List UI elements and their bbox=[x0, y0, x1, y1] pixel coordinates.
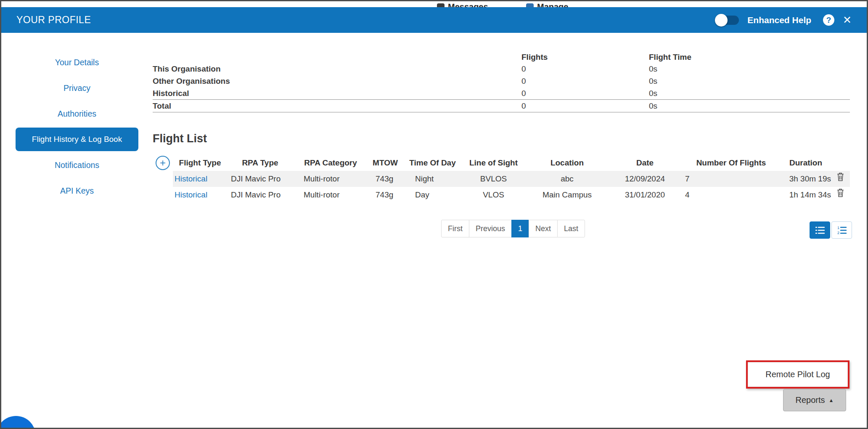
summary-flights-value: 0 bbox=[521, 64, 649, 74]
column-header-rpa-type: RPA Type bbox=[225, 158, 295, 168]
sidebar-item-privacy[interactable]: Privacy bbox=[16, 75, 138, 101]
cell-date: 31/01/2020 bbox=[608, 187, 682, 203]
ordered-list-view-icon: 1 2 bbox=[836, 226, 847, 235]
delete-flight-button[interactable] bbox=[834, 187, 847, 200]
cell-number-of-flights: 7 bbox=[682, 171, 781, 187]
reports-button[interactable]: Reports ▲ bbox=[783, 389, 846, 411]
svg-text:2: 2 bbox=[837, 231, 839, 235]
column-header-time-of-day: Time Of Day bbox=[404, 158, 461, 168]
cell-rpa-type: DJI Mavic Pro bbox=[225, 187, 295, 203]
background-item-manage: Manage bbox=[526, 2, 568, 7]
background-page-strip: Messages Manage bbox=[1, 1, 867, 7]
flight-history-panel: Flights Flight Time This Organisation 0 … bbox=[153, 33, 850, 203]
your-profile-modal: Messages Manage YOUR PROFILE Enhanced He… bbox=[0, 0, 868, 429]
remote-pilot-log-button[interactable]: Remote Pilot Log bbox=[748, 362, 848, 387]
svg-text:1: 1 bbox=[837, 226, 839, 230]
column-header-location: Location bbox=[526, 158, 608, 168]
background-item-label: Manage bbox=[537, 2, 568, 7]
summary-row-historical: Historical 0 0s bbox=[153, 87, 850, 99]
summary-row-total: Total 0 0s bbox=[153, 100, 850, 112]
cell-date: 12/09/2024 bbox=[608, 171, 682, 187]
cell-time-of-day: Day bbox=[404, 187, 461, 203]
cell-duration: 3h 30m 19s bbox=[781, 171, 831, 187]
summary-row-other-organisations: Other Organisations 0 0s bbox=[153, 75, 850, 87]
summary-total-flights: 0 bbox=[521, 101, 649, 111]
profile-sidebar: Your Details Privacy Authorities Flight … bbox=[1, 33, 153, 204]
background-item-label: Messages bbox=[448, 2, 488, 7]
summary-row-this-organisation: This Organisation 0 0s bbox=[153, 63, 850, 75]
chat-bubble-button[interactable] bbox=[0, 416, 36, 429]
pagination-last-button[interactable]: Last bbox=[557, 220, 585, 237]
background-item-messages: Messages bbox=[437, 2, 488, 7]
cell-line-of-sight: VLOS bbox=[461, 187, 526, 203]
sidebar-item-flight-history[interactable]: Flight History & Log Book bbox=[16, 128, 138, 151]
messages-icon bbox=[437, 3, 445, 8]
flight-row: Historical DJI Mavic Pro Multi-rotor 743… bbox=[153, 171, 850, 187]
list-view-icon bbox=[815, 226, 826, 235]
summary-flight-time-value: 0s bbox=[649, 89, 850, 98]
pagination-first-button[interactable]: First bbox=[441, 220, 469, 237]
cell-rpa-category: Multi-rotor bbox=[295, 171, 366, 187]
caret-up-icon: ▲ bbox=[829, 398, 834, 403]
summary-col-flight-time: Flight Time bbox=[649, 53, 850, 62]
summary-col-flights: Flights bbox=[521, 53, 649, 62]
summary-flights-value: 0 bbox=[521, 77, 649, 86]
flight-row: Historical DJI Mavic Pro Multi-rotor 743… bbox=[153, 187, 850, 203]
close-icon[interactable]: ✕ bbox=[843, 15, 852, 25]
cell-location: Main Campus bbox=[526, 187, 608, 203]
manage-icon bbox=[526, 3, 534, 8]
column-header-number-of-flights: Number Of Flights bbox=[682, 158, 781, 168]
column-header-rpa-category: RPA Category bbox=[295, 158, 366, 168]
flight-list-title: Flight List bbox=[153, 132, 850, 146]
cell-rpa-category: Multi-rotor bbox=[295, 187, 366, 203]
column-header-line-of-sight: Line of Sight bbox=[461, 158, 526, 168]
detailed-view-button[interactable]: 1 2 bbox=[831, 221, 852, 239]
view-toggle-group: 1 2 bbox=[810, 221, 852, 239]
summary-total-label: Total bbox=[153, 101, 521, 111]
cell-flight-type[interactable]: Historical bbox=[173, 187, 225, 203]
cell-line-of-sight: BVLOS bbox=[461, 171, 526, 187]
summary-divider bbox=[153, 112, 850, 112]
summary-header-row: Flights Flight Time bbox=[153, 52, 850, 63]
summary-row-label: Historical bbox=[153, 89, 521, 98]
enhanced-help-label: Enhanced Help bbox=[747, 15, 811, 25]
titlebar-actions: Enhanced Help ? ✕ bbox=[716, 14, 852, 26]
sidebar-item-notifications[interactable]: Notifications bbox=[16, 152, 138, 178]
enhanced-help-toggle[interactable] bbox=[716, 16, 739, 25]
flight-list-table: + Flight Type RPA Type RPA Category MTOW… bbox=[153, 155, 850, 203]
column-header-mtow: MTOW bbox=[366, 158, 404, 168]
summary-flight-time-value: 0s bbox=[649, 77, 850, 86]
cell-duration: 1h 14m 34s bbox=[781, 187, 831, 203]
cell-mtow: 743g bbox=[366, 171, 404, 187]
pagination-next-button[interactable]: Next bbox=[529, 220, 558, 237]
cell-time-of-day: Night bbox=[404, 171, 461, 187]
page-title: YOUR PROFILE bbox=[16, 14, 91, 26]
cell-mtow: 743g bbox=[366, 187, 404, 203]
summary-flights-value: 0 bbox=[521, 89, 649, 98]
sidebar-item-api-keys[interactable]: API Keys bbox=[16, 178, 138, 204]
summary-row-label: This Organisation bbox=[153, 64, 521, 74]
summary-flight-time-value: 0s bbox=[649, 64, 850, 74]
summary-total-flight-time: 0s bbox=[649, 101, 850, 111]
cell-number-of-flights: 4 bbox=[682, 187, 781, 203]
cell-rpa-type: DJI Mavic Pro bbox=[225, 171, 295, 187]
pagination-page-1-button[interactable]: 1 bbox=[511, 220, 529, 237]
pagination: First Previous 1 Next Last bbox=[441, 220, 585, 237]
list-view-button[interactable] bbox=[810, 221, 830, 239]
add-flight-button[interactable]: + bbox=[156, 156, 170, 170]
reports-label: Reports bbox=[796, 395, 825, 405]
sidebar-item-your-details[interactable]: Your Details bbox=[16, 50, 138, 75]
toggle-knob-icon bbox=[715, 14, 728, 27]
delete-flight-button[interactable] bbox=[834, 171, 847, 184]
cell-flight-type[interactable]: Historical bbox=[173, 171, 225, 187]
column-header-duration: Duration bbox=[781, 158, 831, 168]
column-header-date: Date bbox=[608, 158, 682, 168]
help-icon[interactable]: ? bbox=[823, 14, 834, 26]
trash-icon bbox=[836, 172, 844, 181]
sidebar-item-authorities[interactable]: Authorities bbox=[16, 101, 138, 127]
flight-summary-table: Flights Flight Time This Organisation 0 … bbox=[153, 52, 850, 112]
remote-pilot-log-highlight: Remote Pilot Log bbox=[746, 360, 849, 389]
flight-table-header: + Flight Type RPA Type RPA Category MTOW… bbox=[153, 155, 850, 171]
column-header-flight-type: Flight Type bbox=[173, 158, 225, 168]
pagination-previous-button[interactable]: Previous bbox=[469, 220, 512, 237]
